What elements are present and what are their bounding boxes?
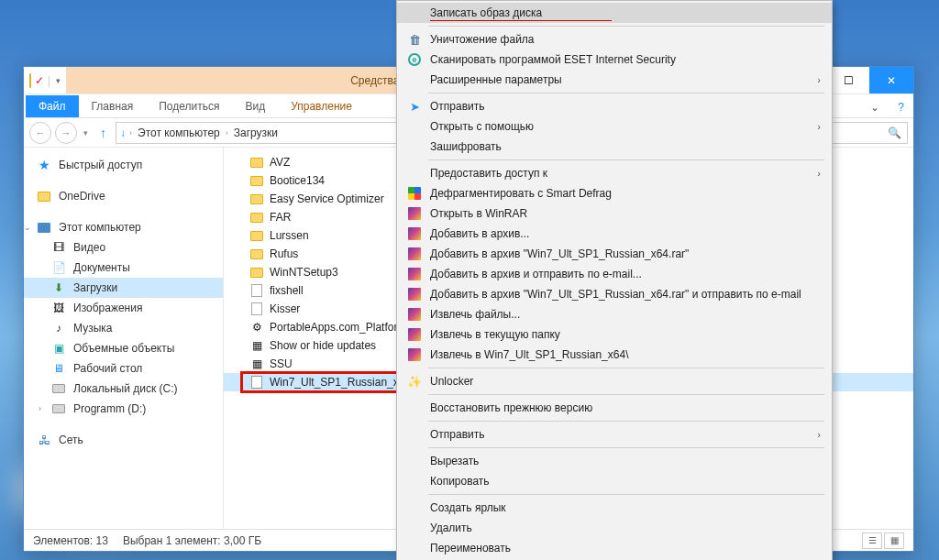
- folder-icon: [249, 155, 264, 170]
- menu-separator: [428, 394, 824, 395]
- qat-divider: |: [48, 74, 50, 87]
- menu-delete[interactable]: Удалить: [397, 518, 832, 538]
- sidebar-item-drive-c[interactable]: Локальный диск (C:): [24, 379, 223, 399]
- tab-file[interactable]: Файл: [26, 95, 79, 117]
- send-icon: ➤: [404, 99, 425, 114]
- spacer-icon: [404, 427, 425, 442]
- sidebar-label: OneDrive: [59, 190, 105, 203]
- nav-sidebar: ★ Быстрый доступ OneDrive ⌄ Этот компьют…: [24, 148, 224, 529]
- folder-icon: [249, 210, 264, 225]
- menu-separator: [428, 421, 824, 422]
- menu-cut[interactable]: Вырезать: [397, 451, 832, 471]
- sidebar-item-pictures[interactable]: 🖼Изображения: [24, 298, 223, 318]
- menu-rar-extract[interactable]: Извлечь файлы...: [397, 304, 832, 324]
- menu-share[interactable]: Предоставить доступ к›: [397, 163, 832, 183]
- sidebar-item-music[interactable]: ♪Музыка: [24, 318, 223, 338]
- breadcrumb-root[interactable]: Этот компьютер: [134, 126, 224, 139]
- context-menu: Записать образ диска 🗑Уничтожение файла …: [396, 0, 833, 560]
- breadcrumb-folder[interactable]: Загрузки: [230, 126, 282, 139]
- menu-eset-advanced[interactable]: Расширенные параметры›: [397, 70, 832, 90]
- star-icon: ★: [37, 158, 51, 172]
- onedrive-icon: [37, 189, 51, 203]
- close-button[interactable]: ✕: [869, 67, 913, 93]
- menu-rename[interactable]: Переименовать: [397, 538, 832, 558]
- sidebar-this-pc[interactable]: ⌄ Этот компьютер: [24, 217, 223, 237]
- maximize-button[interactable]: ☐: [827, 67, 869, 93]
- folder-icon: [249, 192, 264, 206]
- qat-dropdown-icon[interactable]: ▾: [56, 76, 61, 85]
- sidebar-network[interactable]: 🖧 Сеть: [24, 430, 223, 450]
- menu-open-with[interactable]: Открыть с помощью›: [397, 116, 832, 137]
- chevron-right-icon: ›: [817, 121, 821, 132]
- sidebar-item-downloads[interactable]: ⬇Загрузки: [24, 278, 223, 298]
- folder-icon: [249, 173, 264, 188]
- winrar-icon: [404, 267, 425, 281]
- spacer-icon: [404, 521, 425, 535]
- sidebar-item-desktop[interactable]: 🖥Рабочий стол: [24, 358, 223, 379]
- drive-icon: [51, 401, 66, 416]
- spacer-icon: [404, 454, 425, 468]
- view-details-button[interactable]: ☰: [862, 533, 882, 549]
- menu-separator: [428, 93, 824, 93]
- menu-rar-here[interactable]: Извлечь в текущую папку: [397, 324, 832, 345]
- spacer-icon: [404, 401, 425, 415]
- sidebar-item-drive-d[interactable]: ›Programm (D:): [24, 399, 223, 419]
- check-icon[interactable]: ✓: [35, 74, 44, 87]
- chevron-right-icon: ›: [817, 74, 821, 85]
- winrar-icon: [404, 247, 425, 261]
- expand-icon[interactable]: ›: [39, 404, 41, 413]
- menu-send1[interactable]: ➤Отправить: [397, 96, 832, 116]
- chevron-right-icon: ›: [817, 429, 821, 440]
- nav-up-button[interactable]: ↑: [94, 126, 112, 140]
- help-icon[interactable]: ?: [889, 97, 913, 117]
- menu-separator: [428, 159, 824, 160]
- tab-manage[interactable]: Управление: [278, 95, 365, 117]
- folder-icon: [249, 228, 264, 243]
- nav-back-button[interactable]: ←: [29, 122, 51, 144]
- sidebar-label: Быстрый доступ: [59, 159, 142, 171]
- sidebar-quick-access[interactable]: ★ Быстрый доступ: [24, 155, 223, 175]
- menu-rar-to[interactable]: Извлечь в Win7_Ult_SP1_Russian_x64\: [397, 345, 832, 365]
- folder-titlebar-icon: [29, 74, 31, 87]
- status-count: Элементов: 13: [33, 534, 108, 547]
- menu-shortcut[interactable]: Создать ярлык: [397, 498, 832, 518]
- shred-icon: 🗑: [404, 32, 425, 47]
- menu-rar-add-named[interactable]: Добавить в архив "Win7_Ult_SP1_Russian_x…: [397, 244, 832, 264]
- collapse-icon[interactable]: ⌄: [24, 223, 31, 232]
- menu-rar-email[interactable]: Добавить в архив и отправить по e-mail..…: [397, 264, 832, 284]
- menu-rar-email-named[interactable]: Добавить в архив "Win7_Ult_SP1_Russian_x…: [397, 284, 832, 304]
- tab-view[interactable]: Вид: [232, 95, 278, 117]
- sidebar-label: Сеть: [59, 434, 83, 446]
- sidebar-onedrive[interactable]: OneDrive: [24, 186, 223, 206]
- sidebar-item-videos[interactable]: 🎞Видео: [24, 237, 223, 258]
- breadcrumb-pc-icon: ↓: [120, 126, 126, 139]
- menu-rar-add[interactable]: Добавить в архив...: [397, 224, 832, 244]
- winrar-icon: [404, 347, 425, 362]
- winrar-icon: [404, 226, 425, 241]
- documents-icon: 📄: [51, 260, 66, 275]
- menu-unlocker[interactable]: ✨Unlocker: [397, 371, 832, 391]
- menu-copy[interactable]: Копировать: [397, 471, 832, 491]
- spacer-icon: [404, 541, 425, 555]
- menu-burn-disc[interactable]: Записать образ диска: [397, 3, 832, 23]
- tab-home[interactable]: Главная: [79, 95, 147, 117]
- menu-send2[interactable]: Отправить›: [397, 424, 832, 445]
- menu-eset-scan[interactable]: eСканировать программой ESET Internet Se…: [397, 49, 832, 70]
- nav-forward-button[interactable]: →: [55, 122, 77, 144]
- sidebar-item-3d[interactable]: ▣Объемные объекты: [24, 338, 223, 358]
- ribbon-collapse-icon[interactable]: ⌄: [861, 97, 889, 117]
- menu-shred[interactable]: 🗑Уничтожение файла: [397, 29, 832, 49]
- menu-defrag[interactable]: Дефрагментировать с Smart Defrag: [397, 183, 832, 203]
- menu-restore[interactable]: Восстановить прежнюю версию: [397, 398, 832, 418]
- app-icon: ▦: [249, 357, 264, 371]
- tab-share[interactable]: Поделиться: [146, 95, 232, 117]
- unlocker-icon: ✨: [404, 374, 425, 389]
- menu-rar-open[interactable]: Открыть в WinRAR: [397, 203, 832, 224]
- view-icons-button[interactable]: ▦: [884, 533, 904, 549]
- nav-history-icon[interactable]: ▾: [81, 128, 91, 137]
- chevron-right-icon[interactable]: ›: [129, 128, 132, 137]
- menu-encrypt[interactable]: Зашифровать: [397, 137, 832, 157]
- sidebar-item-documents[interactable]: 📄Документы: [24, 258, 223, 278]
- pc-icon: [37, 220, 51, 235]
- chevron-right-icon[interactable]: ›: [226, 128, 228, 137]
